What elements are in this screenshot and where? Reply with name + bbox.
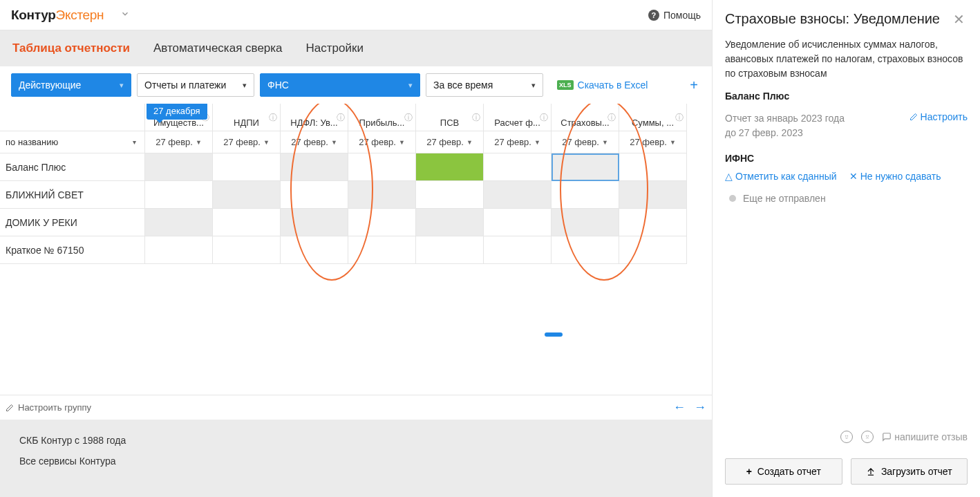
report-cell[interactable] [348, 236, 416, 264]
help-link[interactable]: ? Помощь [648, 10, 701, 21]
bottom-toolbar: Настроить группу ← → [0, 395, 712, 420]
column-header[interactable]: Суммы, ...ⓘ [619, 104, 687, 131]
report-cell[interactable] [619, 181, 687, 209]
report-cell[interactable] [484, 181, 552, 209]
help-label: Помощь [663, 10, 701, 21]
report-cell[interactable] [619, 209, 687, 236]
report-cell[interactable] [213, 209, 281, 236]
report-cell[interactable] [484, 153, 552, 181]
close-icon[interactable]: ✕ [950, 10, 968, 29]
footer-line[interactable]: Все сервисы Контура [19, 456, 692, 467]
upload-report-label: Загрузить отчет [881, 466, 952, 477]
create-report-button[interactable]: + Создать отчет [725, 458, 842, 485]
tab-auto-reconciliation[interactable]: Автоматическая сверка [153, 41, 283, 55]
filter-period[interactable]: За все время ▾ [426, 73, 543, 97]
arrow-left-icon[interactable]: ← [673, 400, 686, 415]
report-cell[interactable] [552, 209, 619, 236]
configure-group-link[interactable]: Настроить группу [6, 402, 91, 413]
report-cell[interactable] [484, 209, 552, 236]
arrow-right-icon[interactable]: → [694, 400, 706, 415]
report-cell[interactable] [416, 209, 484, 236]
report-cell[interactable] [281, 153, 348, 181]
date-cell[interactable]: 27 февр.▼ [619, 131, 687, 153]
column-header[interactable]: Страховы...ⓘ [552, 104, 619, 131]
report-cell[interactable] [619, 153, 687, 181]
date-cell[interactable]: 27 февр.▼ [213, 131, 281, 153]
report-cell[interactable] [619, 236, 687, 264]
column-header[interactable]: Расчет ф...ⓘ [484, 104, 552, 131]
date-cell[interactable]: 27 февр.▼ [484, 131, 552, 153]
upload-report-button[interactable]: Загрузить отчет [851, 458, 968, 485]
report-cell[interactable] [416, 181, 484, 209]
filter-agency[interactable]: ФНС ▾ [260, 73, 420, 97]
company-name-cell[interactable]: Краткое № 67150 [0, 236, 145, 264]
page-footer: СКБ Контур с 1988 года Все сервисы Конту… [0, 420, 712, 497]
triangle-icon: △ [725, 171, 733, 182]
column-header[interactable]: НДПИⓘ [213, 104, 281, 131]
panel-status-label: Еще не отправлен [743, 193, 826, 204]
company-name-cell[interactable]: БЛИЖНИЙ СВЕТ [0, 181, 145, 209]
filters-bar: Действующие ▾ Отчеты и платежи ▾ ФНС ▾ З… [0, 66, 712, 104]
date-cell[interactable]: 27 февр.▼ [348, 131, 416, 153]
column-header[interactable]: ПСВⓘ [416, 104, 484, 131]
excel-icon: XLS [557, 80, 574, 90]
frown-icon[interactable] [861, 431, 874, 443]
product-switcher-chevron[interactable] [116, 5, 134, 25]
filter-type[interactable]: Отчеты и платежи ▾ [137, 73, 254, 97]
caret-down-icon: ▼ [263, 139, 270, 146]
caret-down-icon: ▼ [196, 139, 202, 146]
report-cell[interactable] [484, 236, 552, 264]
filter-status[interactable]: Действующие ▾ [11, 73, 131, 97]
report-cell[interactable] [281, 209, 348, 236]
add-button[interactable]: + [690, 77, 701, 93]
column-header[interactable]: Прибыль...ⓘ [348, 104, 416, 131]
report-cell[interactable] [348, 153, 416, 181]
smile-icon[interactable] [840, 431, 853, 443]
date-cell[interactable]: 27 февр.▼ [281, 131, 348, 153]
report-cell[interactable] [416, 236, 484, 264]
tab-reports-table[interactable]: Таблица отчетности [12, 41, 130, 55]
date-cell[interactable]: 27 февр.▼ [416, 131, 484, 153]
report-cell[interactable] [145, 181, 213, 209]
horizontal-scroll-thumb[interactable] [545, 332, 563, 337]
report-cell[interactable] [348, 181, 416, 209]
panel-description: Уведомление об исчисленных суммах налого… [713, 37, 980, 88]
report-cell[interactable] [552, 236, 619, 264]
report-cell[interactable] [213, 181, 281, 209]
chevron-down-icon: ▾ [408, 81, 413, 90]
report-cell[interactable] [281, 181, 348, 209]
report-cell[interactable] [213, 236, 281, 264]
mark-submitted-action[interactable]: △ Отметить как сданный [725, 171, 837, 182]
report-cell[interactable] [145, 236, 213, 264]
report-cell-selected[interactable] [552, 153, 619, 181]
date-badge: 27 декабря [147, 104, 207, 120]
company-name-cell[interactable]: Баланс Плюс [0, 153, 145, 181]
comment-icon [882, 432, 892, 442]
report-cell[interactable] [145, 209, 213, 236]
caret-down-icon: ▼ [670, 139, 676, 146]
info-icon: ⓘ [404, 112, 413, 124]
report-cell[interactable] [281, 236, 348, 264]
date-cell[interactable]: 27 февр.▼ [145, 131, 213, 153]
report-grid: Имуществ...ⓘ НДПИⓘ НДФЛ: Ув...ⓘ Прибыль.… [0, 104, 712, 264]
panel-section-title: ИФНС [713, 153, 980, 171]
column-header[interactable]: НДФЛ: Ув...ⓘ [281, 104, 348, 131]
sort-by-name[interactable]: по названию▾ [0, 131, 145, 153]
download-excel-link[interactable]: XLS Скачать в Excel [557, 79, 648, 91]
report-cell[interactable] [213, 153, 281, 181]
info-icon: ⓘ [607, 112, 616, 124]
svg-point-3 [868, 435, 869, 436]
no-need-action[interactable]: ✕ Не нужно сдавать [849, 171, 941, 182]
panel-setup-link[interactable]: Настроить [910, 111, 968, 122]
feedback-link[interactable]: напишите отзыв [882, 431, 968, 442]
date-cell[interactable]: 27 февр.▼ [552, 131, 619, 153]
report-cell-done[interactable] [416, 153, 484, 181]
panel-status: Еще не отправлен [713, 190, 980, 218]
report-cell[interactable] [552, 181, 619, 209]
footer-line: СКБ Контур с 1988 года [19, 435, 692, 446]
tabs-bar: Таблица отчетности Автоматическая сверка… [0, 30, 712, 66]
report-cell[interactable] [348, 209, 416, 236]
report-cell[interactable] [145, 153, 213, 181]
tab-settings[interactable]: Настройки [306, 41, 364, 55]
company-name-cell[interactable]: ДОМИК У РЕКИ [0, 209, 145, 236]
